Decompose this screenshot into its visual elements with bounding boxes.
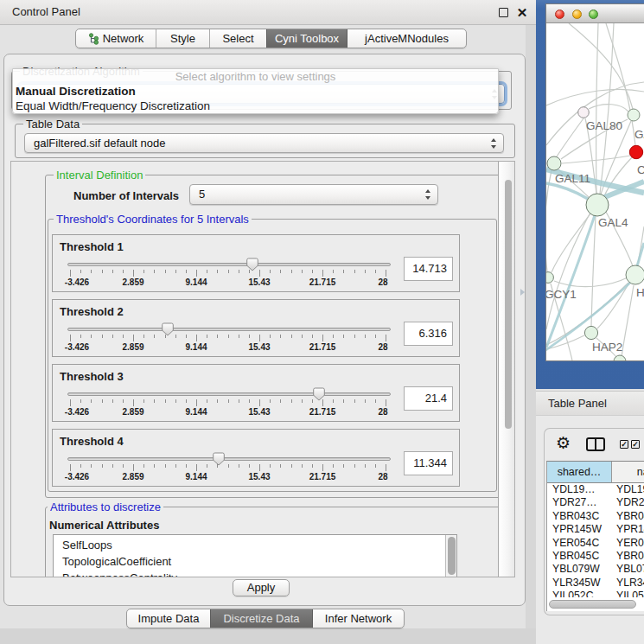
table-cell-shared-name[interactable]: YLR345W — [547, 577, 612, 590]
tab-select[interactable]: Select — [209, 29, 266, 48]
slider-thumb-icon — [162, 322, 174, 336]
close-icon[interactable]: ✕ — [514, 1, 530, 24]
table-cell-name[interactable]: YBL079W — [612, 563, 644, 576]
slider-tick — [259, 464, 260, 471]
numerical-attributes-list[interactable]: SelfLoopsTopologicalCoefficientBetweenne… — [53, 534, 457, 577]
slider-thumb[interactable] — [162, 322, 174, 336]
window-close-icon[interactable] — [555, 10, 564, 19]
table-horizontal-scrollbar[interactable] — [547, 597, 644, 611]
algorithm-popup-placeholder[interactable]: Select algorithm to view settings — [13, 69, 498, 84]
threshold-value-field[interactable]: 21.4 — [404, 386, 453, 411]
network-node[interactable] — [626, 265, 644, 284]
table-row[interactable]: YIL052CYIL052C — [547, 590, 644, 597]
table-cell-shared-name[interactable]: YIL052C — [547, 590, 612, 597]
table-cell-name[interactable]: YDL19 — [612, 483, 644, 496]
split-columns-icon[interactable] — [586, 437, 605, 451]
gear-icon[interactable]: ⚙ — [556, 435, 571, 451]
slider-thumb[interactable] — [246, 258, 258, 271]
tab-infer-network[interactable]: Infer Network — [312, 609, 404, 628]
slider-tick — [365, 399, 366, 403]
slider-tick — [123, 335, 124, 338]
table-row[interactable]: YER054CYER054C — [547, 537, 644, 550]
slider-tick-label: -3.426 — [65, 342, 89, 352]
slider-tick — [80, 335, 81, 338]
apply-button[interactable]: Apply — [233, 579, 290, 596]
settings-scrollbar[interactable] — [498, 162, 514, 577]
table-header-shared-name[interactable]: shared… — [547, 462, 612, 483]
threshold-value-field[interactable]: 6.316 — [404, 322, 453, 346]
slider-tick — [133, 270, 134, 277]
checkbox-icon[interactable]: ✓ — [620, 440, 628, 449]
network-canvas[interactable]: GAL80GACGAL11GAL4GCY1HHAP2 — [546, 23, 644, 360]
tab-impute-data[interactable]: Impute Data — [127, 609, 210, 628]
table-cell-shared-name[interactable]: YPR145W — [547, 523, 612, 536]
tab-discretize-data[interactable]: Discretize Data — [210, 609, 312, 628]
network-node-label: H — [636, 286, 644, 299]
table-row[interactable]: YDL19…YDL19 — [547, 483, 644, 496]
slider-tick — [143, 270, 144, 273]
attribute-list-item[interactable]: BetweennessCentrality — [54, 570, 456, 577]
float-icon[interactable] — [499, 8, 508, 17]
attribute-list-item[interactable]: SelfLoops — [54, 537, 456, 553]
network-node[interactable] — [578, 107, 590, 118]
network-node[interactable] — [547, 156, 561, 170]
table-data-combobox[interactable]: galFiltered.sif default node — [24, 133, 504, 153]
table-cell-shared-name[interactable]: YER054C — [547, 537, 612, 550]
table-row[interactable]: YDR27…YDR27 — [547, 496, 644, 509]
network-node[interactable] — [546, 272, 553, 284]
threshold-value-field[interactable]: 11.344 — [404, 451, 453, 475]
algorithm-popup-item[interactable]: Equal Width/Frequency Discretization — [13, 99, 498, 113]
tab-style[interactable]: Style — [156, 29, 209, 48]
window-zoom-icon[interactable] — [589, 10, 598, 19]
table-cell-shared-name[interactable]: YDL19… — [547, 483, 612, 496]
threshold-value-field[interactable]: 14.713 — [404, 257, 453, 281]
network-window-titlebar[interactable] — [546, 4, 644, 23]
threshold-box: Threshold 4-3.4262.8599.14415.4321.71528… — [52, 429, 460, 487]
list-scrollbar[interactable] — [445, 535, 456, 577]
window-minimize-icon[interactable] — [572, 10, 582, 19]
slider-tick — [386, 270, 386, 277]
slider-tick — [365, 464, 366, 468]
slider-thumb[interactable] — [313, 387, 325, 401]
slider-track[interactable] — [67, 457, 391, 461]
table-cell-name[interactable]: YBR045C — [612, 550, 644, 563]
table-cell-name[interactable]: YPR145W — [612, 523, 644, 536]
table-cell-shared-name[interactable]: YBR043C — [547, 510, 612, 523]
table-cell-shared-name[interactable]: YBR045C — [547, 550, 612, 563]
checkbox-icon[interactable]: ✓ — [631, 440, 640, 449]
slider-track[interactable] — [67, 263, 391, 266]
network-node[interactable] — [628, 109, 640, 121]
list-scrollbar-thumb[interactable] — [448, 537, 456, 575]
network-node[interactable] — [629, 145, 642, 158]
attribute-list-item[interactable]: TopologicalCoefficient — [54, 553, 456, 570]
table-scrollbar-thumb[interactable] — [549, 600, 636, 609]
table-row[interactable]: YPR145WYPR145W — [547, 523, 644, 536]
algorithm-popup-item[interactable]: Manual Discretization — [13, 84, 498, 99]
divider-arrow-icon[interactable] — [520, 289, 525, 296]
tab-cyni-toolbox[interactable]: Cyni Toolbox — [266, 29, 347, 48]
table-row[interactable]: YBL079WYBL079W — [547, 563, 644, 576]
table-header-name[interactable]: name — [612, 462, 644, 483]
slider-track[interactable] — [67, 392, 391, 396]
network-node[interactable] — [584, 326, 597, 339]
settings-scrollbar-thumb[interactable] — [505, 180, 512, 429]
table-cell-name[interactable]: YER054C — [612, 537, 644, 550]
tab-label: Infer Network — [325, 612, 392, 625]
panel-divider[interactable] — [526, 25, 536, 644]
table-cell-name[interactable]: YDR27 — [612, 496, 644, 509]
table-row[interactable]: YBR045CYBR045C — [547, 550, 644, 563]
slider-tick — [343, 270, 344, 273]
table-cell-shared-name[interactable]: YBL079W — [547, 563, 612, 576]
slider-track[interactable] — [67, 328, 391, 331]
tab-network[interactable]: Network — [76, 29, 156, 48]
table-cell-name[interactable]: YLR345W — [612, 577, 644, 590]
tab-jactivemnodules[interactable]: jActiveMNodules — [347, 29, 466, 48]
table-cell-name[interactable]: YIL052C — [612, 590, 644, 597]
number-of-intervals-combobox[interactable]: 5 — [189, 184, 438, 205]
table-cell-name[interactable]: YBR043C — [612, 510, 644, 523]
table-row[interactable]: YBR043CYBR043C — [547, 510, 644, 523]
slider-thumb[interactable] — [213, 452, 225, 466]
table-cell-shared-name[interactable]: YDR27… — [547, 496, 612, 509]
table-row[interactable]: YLR345WYLR345W — [547, 577, 644, 590]
network-node[interactable] — [586, 194, 609, 216]
